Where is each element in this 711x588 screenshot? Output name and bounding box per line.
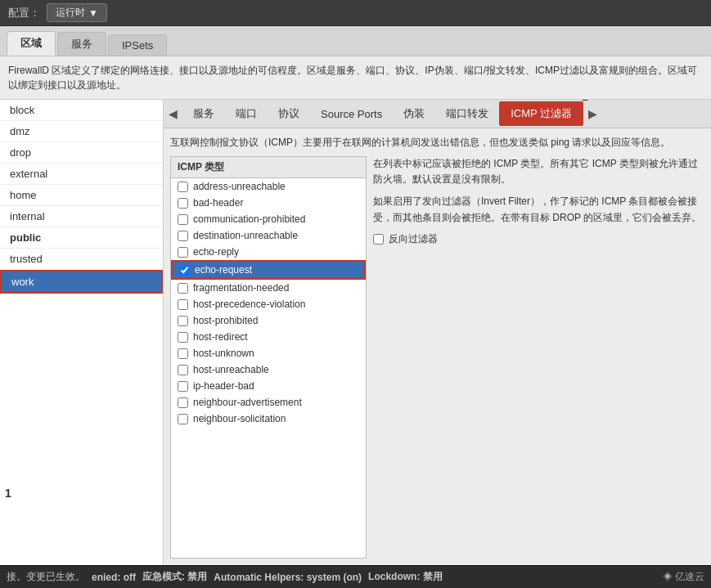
zone-item-public[interactable]: public bbox=[0, 227, 163, 249]
icmp-item-host-unreachable[interactable]: host-unreachable bbox=[171, 361, 366, 378]
tab-zone[interactable]: 区域 bbox=[7, 31, 56, 56]
icmp-label-address-unreachable: address-unreachable bbox=[193, 181, 286, 192]
icmp-item-neighbour-solicitation[interactable]: neighbour-solicitation bbox=[171, 411, 366, 427]
icmp-list-header: ICMP 类型 bbox=[171, 157, 366, 178]
number-2-badge: 2 bbox=[582, 100, 588, 103]
main-tab-bar: 区域 服务 IPSets bbox=[0, 26, 711, 56]
zone-item-trusted[interactable]: trusted bbox=[0, 249, 163, 270]
zone-description: FirewallD 区域定义了绑定的网络连接、接口以及源地址的可信程度。区域是服… bbox=[0, 56, 711, 100]
nav-tab-icmp-filter[interactable]: ICMP 过滤器 2 bbox=[499, 101, 583, 126]
icmp-description: 互联网控制报文协议（ICMP）主要用于在联网的计算机间发送出错信息，但也发送类似… bbox=[170, 135, 704, 150]
icmp-checkbox-destination-unreachable[interactable] bbox=[178, 231, 188, 241]
zone-item-dmz[interactable]: dmz bbox=[0, 121, 163, 142]
zone-item-internal[interactable]: internal bbox=[0, 206, 163, 227]
nav-tabs: ◀ 服务 端口 协议 Source Ports 伪装 端口转发 ICMP 过滤器… bbox=[164, 100, 711, 128]
nav-tab-port[interactable]: 端口 bbox=[225, 102, 268, 125]
icmp-list-container: ICMP 类型 address-unreachable bad-header bbox=[170, 156, 367, 559]
icmp-item-host-prohibited[interactable]: host-prohibited bbox=[171, 312, 366, 329]
nav-arrow-left[interactable]: ◀ bbox=[164, 104, 182, 123]
icmp-label-communication-prohibited: communication-prohibited bbox=[193, 213, 305, 225]
icmp-label-echo-request: echo-request bbox=[195, 264, 252, 276]
nav-arrow-right[interactable]: ▶ bbox=[583, 104, 602, 123]
icmp-item-neighbour-advertisement[interactable]: neighbour-advertisement bbox=[171, 394, 366, 411]
zone-item-home[interactable]: home bbox=[0, 185, 163, 206]
icmp-checkbox-host-unknown[interactable] bbox=[178, 348, 188, 359]
icmp-item-host-precedence-violation[interactable]: host-precedence-violation bbox=[171, 296, 366, 312]
icmp-label-host-redirect: host-redirect bbox=[193, 331, 248, 343]
icmp-item-host-unknown[interactable]: host-unknown bbox=[171, 345, 366, 361]
number-1-badge: 1 bbox=[5, 487, 11, 500]
icmp-label-host-unreachable: host-unreachable bbox=[193, 364, 269, 375]
icmp-item-echo-reply[interactable]: echo-reply bbox=[171, 244, 366, 260]
icmp-item-fragmentation-needed[interactable]: fragmentation-needed bbox=[171, 280, 366, 296]
icmp-checkbox-bad-header[interactable] bbox=[178, 198, 188, 209]
icmp-label-neighbour-advertisement: neighbour-advertisement bbox=[193, 397, 302, 408]
icmp-checkbox-address-unreachable[interactable] bbox=[178, 182, 188, 192]
nav-tab-masquerade[interactable]: 伪装 bbox=[393, 102, 435, 125]
invert-filter-label: 反向过滤器 bbox=[389, 232, 438, 246]
status-bar: 接。变更已生效。 enied: off 应急模式: 禁用 Automatic H… bbox=[0, 565, 711, 588]
icmp-item-host-redirect[interactable]: host-redirect bbox=[171, 329, 366, 345]
tab-ipsets[interactable]: IPSets bbox=[108, 34, 167, 56]
main-container: 区域 服务 IPSets FirewallD 区域定义了绑定的网络连接、接口以及… bbox=[0, 26, 711, 565]
icmp-info-text2: 如果启用了发向过滤器（Invert Filter），作了标记的 ICMP 条目都… bbox=[373, 194, 704, 225]
icmp-checkbox-echo-reply[interactable] bbox=[178, 247, 188, 258]
icmp-checkbox-echo-request[interactable] bbox=[179, 265, 190, 276]
zone-list: 1 block dmz drop external home internal … bbox=[0, 100, 164, 565]
dropdown-arrow-icon: ▼ bbox=[88, 7, 98, 19]
icmp-checkbox-ip-header-bad[interactable] bbox=[178, 381, 188, 392]
icmp-label-host-precedence-violation: host-precedence-violation bbox=[193, 298, 305, 310]
icmp-label-echo-reply: echo-reply bbox=[193, 246, 239, 258]
status-lockdown: Lockdown: 禁用 bbox=[368, 570, 443, 584]
status-connection: 接。变更已生效。 bbox=[7, 570, 85, 584]
tab-service[interactable]: 服务 bbox=[57, 32, 106, 56]
nav-tab-source-ports[interactable]: Source Ports bbox=[310, 104, 393, 124]
status-denied: enied: off bbox=[92, 572, 136, 583]
icmp-checkbox-fragmentation-needed[interactable] bbox=[178, 283, 188, 294]
icmp-checkbox-host-unreachable[interactable] bbox=[178, 365, 188, 375]
icmp-invert-filter[interactable]: 反向过滤器 bbox=[373, 232, 704, 246]
icmp-item-address-unreachable[interactable]: address-unreachable bbox=[171, 178, 366, 195]
icmp-label-neighbour-solicitation: neighbour-solicitation bbox=[193, 413, 286, 424]
panel-content: 互联网控制报文协议（ICMP）主要用于在联网的计算机间发送出错信息，但也发送类似… bbox=[164, 128, 711, 565]
icmp-item-destination-unreachable[interactable]: destination-unreachable bbox=[171, 227, 366, 244]
icmp-body: ICMP 类型 address-unreachable bad-header bbox=[170, 156, 704, 559]
icmp-label-fragmentation-needed: fragmentation-needed bbox=[193, 282, 289, 294]
invert-filter-checkbox[interactable] bbox=[373, 234, 384, 245]
zone-item-drop[interactable]: drop bbox=[0, 142, 163, 164]
icmp-checkbox-neighbour-advertisement[interactable] bbox=[178, 397, 188, 408]
icmp-item-communication-prohibited[interactable]: communication-prohibited bbox=[171, 211, 366, 227]
config-label: 配置： bbox=[8, 6, 40, 20]
icmp-info-text1: 在列表中标记应该被拒绝的 ICMP 类型。所有其它 ICMP 类型则被允许通过防… bbox=[373, 156, 704, 187]
nav-tab-port-forward[interactable]: 端口转发 bbox=[435, 102, 499, 125]
nav-tab-services[interactable]: 服务 bbox=[182, 102, 225, 125]
title-bar: 配置： 运行时 ▼ bbox=[0, 0, 711, 26]
icmp-checkbox-communication-prohibited[interactable] bbox=[178, 214, 188, 225]
icmp-checkbox-host-prohibited[interactable] bbox=[178, 316, 188, 326]
nav-tab-protocol[interactable]: 协议 bbox=[268, 102, 310, 125]
icmp-label-ip-header-bad: ip-header-bad bbox=[193, 380, 254, 392]
runtime-dropdown[interactable]: 运行时 ▼ bbox=[47, 3, 107, 22]
icmp-item-bad-header[interactable]: bad-header bbox=[171, 195, 366, 211]
zone-item-block[interactable]: block bbox=[0, 100, 163, 121]
icmp-label-destination-unreachable: destination-unreachable bbox=[193, 230, 298, 241]
runtime-label: 运行时 bbox=[56, 6, 85, 20]
zone-item-external[interactable]: external bbox=[0, 164, 163, 185]
icmp-label-host-unknown: host-unknown bbox=[193, 348, 254, 359]
icmp-info: 在列表中标记应该被拒绝的 ICMP 类型。所有其它 ICMP 类型则被允许通过防… bbox=[373, 156, 704, 559]
icmp-checkbox-neighbour-solicitation[interactable] bbox=[178, 414, 188, 424]
logo: ◈ 亿速云 bbox=[663, 570, 704, 584]
icmp-list: address-unreachable bad-header communica… bbox=[171, 178, 366, 558]
icmp-item-echo-request[interactable]: echo-request 3 bbox=[171, 260, 366, 280]
status-auto-helpers: Automatic Helpers: system (on) bbox=[214, 572, 362, 583]
icmp-label-host-prohibited: host-prohibited bbox=[193, 315, 258, 326]
icmp-item-ip-header-bad[interactable]: ip-header-bad bbox=[171, 378, 366, 394]
icmp-checkbox-host-redirect[interactable] bbox=[178, 332, 188, 343]
zone-item-work[interactable]: work bbox=[0, 270, 163, 294]
right-panel: ◀ 服务 端口 协议 Source Ports 伪装 端口转发 ICMP 过滤器… bbox=[164, 100, 711, 565]
icmp-label-bad-header: bad-header bbox=[193, 197, 243, 209]
content-area: 1 block dmz drop external home internal … bbox=[0, 100, 711, 565]
icmp-checkbox-host-precedence-violation[interactable] bbox=[178, 299, 188, 310]
status-emergency: 应急模式: 禁用 bbox=[142, 570, 207, 584]
